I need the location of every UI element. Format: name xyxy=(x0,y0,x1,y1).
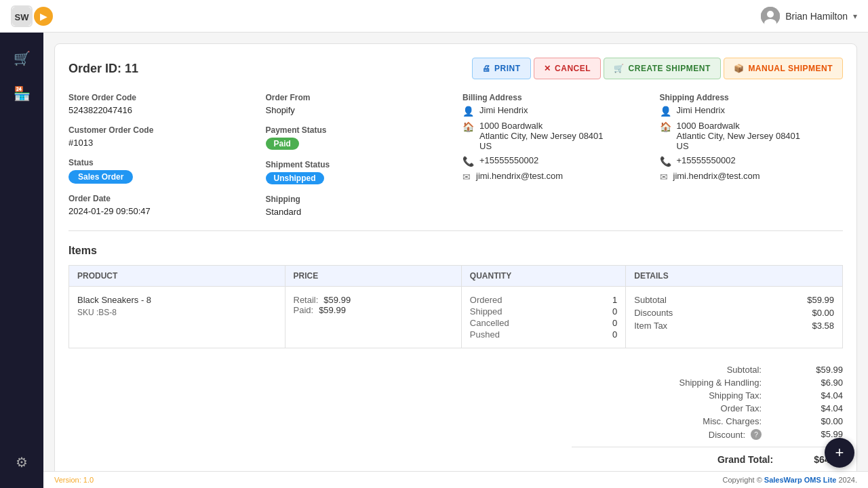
nav-item-store[interactable]: 🏪 xyxy=(7,79,37,108)
discount-label: Discount: ? xyxy=(709,429,762,440)
col-price: PRICE xyxy=(285,266,461,287)
copyright-text: Copyright © SalesWarp OMS Lite 2024. xyxy=(723,476,857,484)
detail-rows: Subtotal $59.99 Discounts $0.00 Item Tax xyxy=(634,295,834,331)
topbar: Brian Hamilton ▾ xyxy=(43,0,868,33)
billing-email-row: ✉ jimi.hendrix@test.com xyxy=(462,171,646,182)
user-name: Brian Hamilton xyxy=(785,11,848,22)
nav-item-orders[interactable]: 🛒 xyxy=(7,43,37,73)
store-icon: 🏪 xyxy=(14,85,31,102)
quantity-grid: Ordered 1 Shipped 0 Cancelled 0 Pushed 0 xyxy=(470,295,617,340)
x-icon: ✕ xyxy=(544,64,551,73)
customer-order-code-section: Customer Order Code #1013 xyxy=(68,125,252,148)
home-icon: 🏠 xyxy=(660,121,671,132)
chevron-right-icon: ▶ xyxy=(40,11,47,22)
order-header: Order ID: 11 🖨 PRINT ✕ CANCEL 🛒 CREATE S… xyxy=(68,58,843,79)
email-icon: ✉ xyxy=(462,171,471,182)
billing-phone-row: 📞 +15555550002 xyxy=(462,155,646,167)
status-badge: Sales Order xyxy=(68,170,133,184)
sidebar: SW ▶ 🛒 🏪 ⚙ xyxy=(0,0,43,488)
payment-status-badge: Paid xyxy=(266,138,299,150)
item-tax-detail-row: Item Tax $3.58 xyxy=(634,321,834,331)
discounts-detail-row: Discounts $0.00 xyxy=(634,308,834,318)
sidebar-toggle-button[interactable]: ▶ xyxy=(34,7,53,26)
person-icon: 👤 xyxy=(462,106,474,117)
cart-icon: 🛒 xyxy=(614,64,625,73)
gear-icon: ⚙ xyxy=(16,454,28,470)
order-col-1: Store Order Code 5243822047416 Customer … xyxy=(68,93,252,217)
phone-icon: 📞 xyxy=(660,156,671,167)
billing-address-row: 🏠 1000 Boardwalk Atlantic City, New Jers… xyxy=(462,121,646,151)
copyright-link[interactable]: SalesWarp OMS Lite xyxy=(764,476,837,484)
box-icon: 📦 xyxy=(734,64,745,73)
items-table: PRODUCT PRICE QUANTITY DETAILS Black Sne… xyxy=(68,265,843,348)
product-cell: Black Sneakers - 8 SKU :BS-8 xyxy=(69,287,285,348)
paid-price-row: Paid: $59.99 xyxy=(294,305,453,315)
action-buttons: 🖨 PRINT ✕ CANCEL 🛒 CREATE SHIPMENT 📦 MAN… xyxy=(472,58,843,79)
print-icon: 🖨 xyxy=(482,64,491,73)
billing-address-col: Billing Address 👤 Jimi Hendrix 🏠 1000 Bo… xyxy=(462,93,646,217)
shipping-address-col: Shipping Address 👤 Jimi Hendrix 🏠 1000 B… xyxy=(660,93,844,217)
create-shipment-button[interactable]: 🛒 CREATE SHIPMENT xyxy=(604,58,721,79)
email-icon: ✉ xyxy=(660,171,668,182)
phone-icon: 📞 xyxy=(462,156,474,167)
svg-text:SW: SW xyxy=(15,12,30,22)
totals-section: Subtotal: $59.99 Shipping & Handling: $6… xyxy=(68,359,843,465)
shipping-section: Shipping Standard xyxy=(266,195,450,217)
totals-grid: Subtotal: $59.99 Shipping & Handling: $6… xyxy=(68,365,843,465)
shopping-cart-icon: 🛒 xyxy=(14,50,31,66)
product-name: Black Sneakers - 8 xyxy=(77,295,277,305)
col-quantity: QUANTITY xyxy=(461,266,625,287)
shipping-handling-row: Shipping & Handling: $6.90 xyxy=(572,378,843,388)
manual-shipment-button[interactable]: 📦 MANUAL SHIPMENT xyxy=(724,58,843,79)
details-cell: Subtotal $59.99 Discounts $0.00 Item Tax xyxy=(626,287,843,348)
misc-charges-row: Misc. Charges: $0.00 xyxy=(572,416,843,426)
footer: Version: 1.0 Copyright © SalesWarp OMS L… xyxy=(43,471,868,488)
cancel-button[interactable]: ✕ CANCEL xyxy=(534,58,601,79)
help-icon: ? xyxy=(751,429,762,440)
shipping-tax-row: Shipping Tax: $4.04 xyxy=(572,390,843,401)
items-section: Items PRODUCT PRICE QUANTITY DETAILS xyxy=(68,245,843,348)
order-card: Order ID: 11 🖨 PRINT ✕ CANCEL 🛒 CREATE S… xyxy=(54,43,857,471)
col-product: PRODUCT xyxy=(69,266,285,287)
nav-items: 🛒 🏪 xyxy=(0,43,43,108)
price-cell: Retail: $59.99 Paid: $59.99 xyxy=(285,287,461,348)
store-order-code-section: Store Order Code 5243822047416 xyxy=(68,93,252,115)
billing-address-info: 👤 Jimi Hendrix 🏠 1000 Boardwalk Atlantic… xyxy=(462,105,646,182)
version-text: Version: 1.0 xyxy=(54,476,94,484)
shipment-status-section: Shipment Status Unshipped xyxy=(266,160,450,184)
billing-address-section: Billing Address 👤 Jimi Hendrix 🏠 1000 Bo… xyxy=(462,93,646,182)
billing-name-row: 👤 Jimi Hendrix xyxy=(462,105,646,117)
shipping-phone-row: 📞 +15555550002 xyxy=(660,155,844,167)
user-info[interactable]: Brian Hamilton ▾ xyxy=(761,7,857,26)
order-tax-row: Order Tax: $4.04 xyxy=(572,403,843,413)
subtotal-detail-row: Subtotal $59.99 xyxy=(634,295,834,305)
items-title: Items xyxy=(68,245,843,257)
shipping-address-row: 🏠 1000 Boardwalk Atlantic City, New Jers… xyxy=(660,121,844,151)
order-col-2: Order From Shopify Payment Status Paid S… xyxy=(266,93,450,217)
plus-icon: + xyxy=(835,444,844,462)
payment-status-section: Payment Status Paid xyxy=(266,125,450,150)
shipping-email-row: ✉ jimi.hendrix@test.com xyxy=(660,171,844,182)
order-info-grid: Store Order Code 5243822047416 Customer … xyxy=(68,93,843,231)
quantity-cell: Ordered 1 Shipped 0 Cancelled 0 Pushed 0 xyxy=(461,287,625,348)
svg-point-3 xyxy=(767,11,774,18)
print-button[interactable]: 🖨 PRINT xyxy=(472,58,531,79)
settings-nav-item[interactable]: ⚙ xyxy=(7,447,37,477)
content-area: Order ID: 11 🖨 PRINT ✕ CANCEL 🛒 CREATE S… xyxy=(43,33,868,471)
order-date-section: Order Date 2024-01-29 09:50:47 xyxy=(68,194,252,216)
home-icon: 🏠 xyxy=(462,121,474,132)
order-from-section: Order From Shopify xyxy=(266,93,450,115)
discount-row: Discount: ? $5.99 xyxy=(572,429,843,440)
status-section: Status Sales Order xyxy=(68,158,252,184)
person-icon: 👤 xyxy=(660,106,671,117)
chevron-down-icon: ▾ xyxy=(853,12,857,21)
fab-button[interactable]: + xyxy=(825,438,854,468)
avatar xyxy=(761,7,780,26)
product-sku: SKU :BS-8 xyxy=(77,308,277,317)
subtotal-row: Subtotal: $59.99 xyxy=(572,365,843,375)
main-content: Brian Hamilton ▾ Order ID: 11 🖨 PRINT ✕ … xyxy=(43,0,868,488)
logo: SW xyxy=(11,5,33,27)
totals-divider xyxy=(572,447,843,447)
col-details: DETAILS xyxy=(626,266,843,287)
shipment-status-badge: Unshipped xyxy=(266,172,324,184)
